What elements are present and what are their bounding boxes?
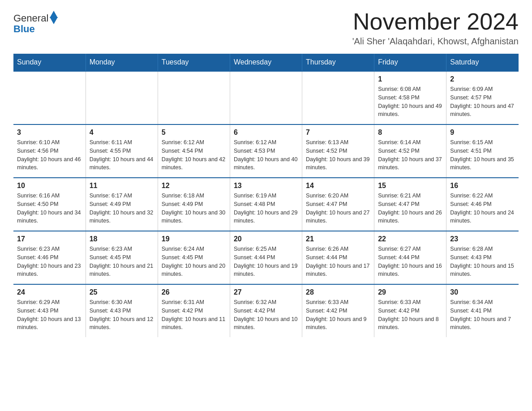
location-title: 'Ali Sher 'Alaqahdari, Khowst, Afghanist… xyxy=(352,36,519,47)
day-info: Sunrise: 6:24 AMSunset: 4:45 PMDaylight:… xyxy=(162,245,226,278)
day-number: 8 xyxy=(378,128,442,137)
day-number: 6 xyxy=(234,128,298,137)
calendar-header-row: SundayMondayTuesdayWednesdayThursdayFrid… xyxy=(13,54,519,71)
day-info: Sunrise: 6:22 AMSunset: 4:46 PMDaylight:… xyxy=(450,192,515,225)
day-info: Sunrise: 6:29 AMSunset: 4:43 PMDaylight:… xyxy=(17,298,82,332)
header-wednesday: Wednesday xyxy=(230,54,302,71)
week-row-5: 24Sunrise: 6:29 AMSunset: 4:43 PMDayligh… xyxy=(13,284,519,337)
day-info: Sunrise: 6:19 AMSunset: 4:48 PMDaylight:… xyxy=(234,192,298,225)
header-monday: Monday xyxy=(86,54,158,71)
day-number: 30 xyxy=(450,288,515,296)
day-number: 3 xyxy=(17,128,82,137)
day-number: 15 xyxy=(378,182,442,190)
day-info: Sunrise: 6:09 AMSunset: 4:57 PMDaylight:… xyxy=(450,85,515,119)
day-cell: 24Sunrise: 6:29 AMSunset: 4:43 PMDayligh… xyxy=(13,284,86,337)
day-cell: 14Sunrise: 6:20 AMSunset: 4:47 PMDayligh… xyxy=(302,178,374,231)
day-cell: 9Sunrise: 6:15 AMSunset: 4:51 PMDaylight… xyxy=(446,124,519,178)
day-cell: 17Sunrise: 6:23 AMSunset: 4:46 PMDayligh… xyxy=(13,231,86,284)
day-info: Sunrise: 6:20 AMSunset: 4:47 PMDaylight:… xyxy=(306,192,370,225)
day-cell: 18Sunrise: 6:23 AMSunset: 4:45 PMDayligh… xyxy=(86,231,158,284)
day-number: 16 xyxy=(450,182,515,190)
day-cell: 16Sunrise: 6:22 AMSunset: 4:46 PMDayligh… xyxy=(446,178,519,231)
day-info: Sunrise: 6:31 AMSunset: 4:42 PMDaylight:… xyxy=(162,298,226,332)
day-cell: 7Sunrise: 6:13 AMSunset: 4:52 PMDaylight… xyxy=(302,124,374,178)
logo-blue-text: Blue xyxy=(13,23,35,35)
day-cell: 25Sunrise: 6:30 AMSunset: 4:43 PMDayligh… xyxy=(86,284,158,337)
day-info: Sunrise: 6:21 AMSunset: 4:47 PMDaylight:… xyxy=(378,192,442,225)
day-info: Sunrise: 6:25 AMSunset: 4:44 PMDaylight:… xyxy=(234,245,298,278)
day-number: 5 xyxy=(162,128,226,137)
day-number: 25 xyxy=(90,288,154,296)
day-cell: 4Sunrise: 6:11 AMSunset: 4:55 PMDaylight… xyxy=(86,124,158,178)
day-number: 20 xyxy=(234,235,298,243)
day-cell: 30Sunrise: 6:34 AMSunset: 4:41 PMDayligh… xyxy=(446,284,519,337)
day-cell xyxy=(86,71,158,124)
day-info: Sunrise: 6:33 AMSunset: 4:42 PMDaylight:… xyxy=(306,298,370,332)
day-cell: 19Sunrise: 6:24 AMSunset: 4:45 PMDayligh… xyxy=(158,231,230,284)
day-cell xyxy=(230,71,302,124)
week-row-1: 1Sunrise: 6:08 AMSunset: 4:58 PMDaylight… xyxy=(13,71,519,124)
day-cell xyxy=(302,71,374,124)
day-info: Sunrise: 6:23 AMSunset: 4:46 PMDaylight:… xyxy=(17,245,82,278)
day-info: Sunrise: 6:15 AMSunset: 4:51 PMDaylight:… xyxy=(450,138,515,172)
day-cell: 11Sunrise: 6:17 AMSunset: 4:49 PMDayligh… xyxy=(86,178,158,231)
day-info: Sunrise: 6:18 AMSunset: 4:49 PMDaylight:… xyxy=(162,192,226,225)
day-number: 13 xyxy=(234,182,298,190)
month-title: November 2024 xyxy=(352,9,519,34)
week-row-2: 3Sunrise: 6:10 AMSunset: 4:56 PMDaylight… xyxy=(13,124,519,178)
day-cell: 6Sunrise: 6:12 AMSunset: 4:53 PMDaylight… xyxy=(230,124,302,178)
header-friday: Friday xyxy=(374,54,446,71)
day-number: 7 xyxy=(306,128,370,137)
day-cell xyxy=(13,71,86,124)
day-cell: 20Sunrise: 6:25 AMSunset: 4:44 PMDayligh… xyxy=(230,231,302,284)
day-cell: 15Sunrise: 6:21 AMSunset: 4:47 PMDayligh… xyxy=(374,178,446,231)
day-info: Sunrise: 6:28 AMSunset: 4:43 PMDaylight:… xyxy=(450,245,515,278)
day-cell xyxy=(158,71,230,124)
day-cell: 12Sunrise: 6:18 AMSunset: 4:49 PMDayligh… xyxy=(158,178,230,231)
day-cell: 22Sunrise: 6:27 AMSunset: 4:44 PMDayligh… xyxy=(374,231,446,284)
day-number: 9 xyxy=(450,128,515,137)
day-info: Sunrise: 6:27 AMSunset: 4:44 PMDaylight:… xyxy=(378,245,442,278)
day-cell: 23Sunrise: 6:28 AMSunset: 4:43 PMDayligh… xyxy=(446,231,519,284)
day-cell: 8Sunrise: 6:14 AMSunset: 4:52 PMDaylight… xyxy=(374,124,446,178)
day-cell: 5Sunrise: 6:12 AMSunset: 4:54 PMDaylight… xyxy=(158,124,230,178)
header-sunday: Sunday xyxy=(13,54,86,71)
day-number: 26 xyxy=(162,288,226,296)
day-number: 19 xyxy=(162,235,226,243)
day-info: Sunrise: 6:34 AMSunset: 4:41 PMDaylight:… xyxy=(450,298,515,332)
day-info: Sunrise: 6:12 AMSunset: 4:54 PMDaylight:… xyxy=(162,138,226,172)
header-tuesday: Tuesday xyxy=(158,54,230,71)
day-number: 1 xyxy=(378,75,442,83)
day-number: 2 xyxy=(450,75,515,83)
day-number: 14 xyxy=(306,182,370,190)
day-number: 11 xyxy=(90,182,154,190)
day-info: Sunrise: 6:14 AMSunset: 4:52 PMDaylight:… xyxy=(378,138,442,172)
day-number: 10 xyxy=(17,182,82,190)
day-info: Sunrise: 6:26 AMSunset: 4:44 PMDaylight:… xyxy=(306,245,370,278)
day-number: 17 xyxy=(17,235,82,243)
day-info: Sunrise: 6:11 AMSunset: 4:55 PMDaylight:… xyxy=(90,138,154,172)
day-cell: 27Sunrise: 6:32 AMSunset: 4:42 PMDayligh… xyxy=(230,284,302,337)
day-number: 22 xyxy=(378,235,442,243)
day-cell: 13Sunrise: 6:19 AMSunset: 4:48 PMDayligh… xyxy=(230,178,302,231)
day-number: 12 xyxy=(162,182,226,190)
day-info: Sunrise: 6:23 AMSunset: 4:45 PMDaylight:… xyxy=(90,245,154,278)
page-header: General Blue November 2024 'Ali Sher 'Al… xyxy=(13,9,519,47)
day-number: 18 xyxy=(90,235,154,243)
calendar-table: SundayMondayTuesdayWednesdayThursdayFrid… xyxy=(13,54,519,337)
day-info: Sunrise: 6:33 AMSunset: 4:42 PMDaylight:… xyxy=(378,298,442,332)
day-number: 21 xyxy=(306,235,370,243)
day-cell: 29Sunrise: 6:33 AMSunset: 4:42 PMDayligh… xyxy=(374,284,446,337)
day-info: Sunrise: 6:17 AMSunset: 4:49 PMDaylight:… xyxy=(90,192,154,225)
day-cell: 28Sunrise: 6:33 AMSunset: 4:42 PMDayligh… xyxy=(302,284,374,337)
day-info: Sunrise: 6:08 AMSunset: 4:58 PMDaylight:… xyxy=(378,85,442,119)
day-cell: 1Sunrise: 6:08 AMSunset: 4:58 PMDaylight… xyxy=(374,71,446,124)
day-cell: 3Sunrise: 6:10 AMSunset: 4:56 PMDaylight… xyxy=(13,124,86,178)
day-info: Sunrise: 6:13 AMSunset: 4:52 PMDaylight:… xyxy=(306,138,370,172)
day-number: 27 xyxy=(234,288,298,296)
header-thursday: Thursday xyxy=(302,54,374,71)
day-number: 24 xyxy=(17,288,82,296)
day-number: 28 xyxy=(306,288,370,296)
day-cell: 26Sunrise: 6:31 AMSunset: 4:42 PMDayligh… xyxy=(158,284,230,337)
day-number: 4 xyxy=(90,128,154,137)
